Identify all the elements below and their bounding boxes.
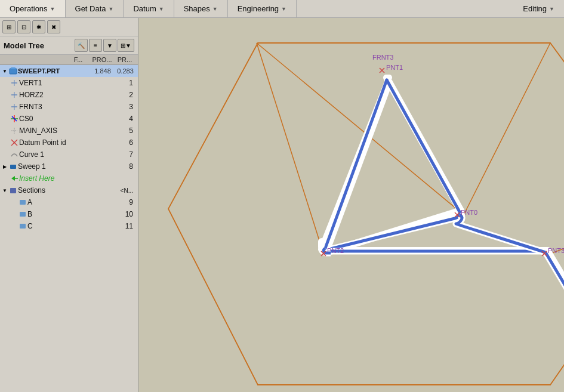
svg-rect-21 bbox=[20, 224, 26, 229]
toolbar-btn-select[interactable]: ⊡ bbox=[17, 20, 30, 33]
menu-datum-label: Datum bbox=[133, 4, 156, 13]
cs0-icon bbox=[10, 114, 19, 124]
curve1-label: Curve 1 bbox=[19, 150, 119, 159]
svg-rect-18 bbox=[10, 188, 16, 193]
model-tree-title: Model Tree bbox=[4, 41, 71, 50]
menu-datum[interactable]: Datum ▼ bbox=[124, 0, 174, 17]
main-axis-label: MAIN_AXIS bbox=[19, 126, 119, 135]
menu-shapes-arrow: ▼ bbox=[212, 6, 218, 12]
section-c-icon bbox=[18, 221, 27, 231]
datum-point-icon bbox=[10, 138, 19, 147]
canvas-svg: FRNT3 PNT1 PNT0 HOR PNT2 PNT3 bbox=[138, 18, 564, 392]
tree-item-cs0[interactable]: CS0 4 bbox=[0, 113, 138, 125]
toolbar-row: ⊞ ⊡ ✱ ✖ bbox=[0, 18, 138, 36]
tree-item-section-a[interactable]: A 9 bbox=[0, 196, 138, 208]
root-pro-val: 0.283 bbox=[114, 67, 137, 75]
section-a-label: A bbox=[27, 198, 119, 206]
tree-item-frnt3[interactable]: FRNT3 3 bbox=[0, 101, 138, 113]
sections-label: Sections bbox=[18, 186, 119, 195]
menu-shapes[interactable]: Shapes ▼ bbox=[174, 0, 228, 17]
menu-shapes-label: Shapes bbox=[184, 4, 210, 13]
sweep1-expand-btn[interactable]: ▶ bbox=[1, 163, 8, 170]
vert1-icon bbox=[10, 78, 19, 88]
curve1-icon bbox=[10, 150, 19, 159]
svg-rect-19 bbox=[20, 200, 26, 205]
insert-here-icon bbox=[10, 174, 19, 183]
top-menu-bar: Operations ▼ Get Data ▼ Datum ▼ Shapes ▼… bbox=[0, 0, 564, 18]
frnt3-num: 3 bbox=[119, 103, 137, 111]
menu-operations[interactable]: Operations ▼ bbox=[0, 0, 66, 17]
menu-operations-label: Operations bbox=[10, 4, 48, 13]
menu-editing-label: Editing bbox=[523, 4, 547, 13]
menu-editing[interactable]: Editing ▼ bbox=[513, 0, 564, 17]
menu-get-data-label: Get Data bbox=[75, 4, 106, 13]
tree-item-main-axis[interactable]: MAIN_AXIS 5 bbox=[0, 125, 138, 137]
menu-engineering-arrow: ▼ bbox=[281, 6, 286, 12]
column-headers: F... PRO... PR... bbox=[0, 55, 138, 65]
datum-point-label: Datum Point id bbox=[19, 138, 119, 147]
toolbar-btn-x[interactable]: ✖ bbox=[47, 20, 60, 33]
tree-item-horz2[interactable]: HORZ2 2 bbox=[0, 89, 138, 101]
root-expand-btn[interactable]: ▼ bbox=[1, 67, 8, 75]
sections-icon bbox=[8, 186, 18, 195]
vert1-label: VERT1 bbox=[19, 79, 119, 87]
main-axis-num: 5 bbox=[119, 126, 137, 135]
sections-expand-btn[interactable]: ▼ bbox=[1, 187, 8, 194]
header-btn-menu1[interactable]: ≡ bbox=[89, 39, 102, 52]
root-label: SWEEPT.PRT bbox=[18, 67, 91, 75]
svg-text:PNT2: PNT2 bbox=[327, 247, 344, 254]
svg-rect-20 bbox=[20, 212, 26, 217]
svg-rect-0 bbox=[10, 69, 17, 74]
cs0-num: 4 bbox=[119, 115, 137, 123]
sweep1-num: 8 bbox=[119, 162, 137, 171]
menu-operations-arrow: ▼ bbox=[50, 6, 56, 12]
section-b-label: B bbox=[27, 210, 119, 218]
menu-engineering[interactable]: Engineering ▼ bbox=[228, 0, 297, 17]
root-part-icon bbox=[8, 66, 18, 76]
model-tree-header: Model Tree 🔨 ≡ ▼ ⊞▼ bbox=[0, 36, 138, 55]
svg-rect-1 bbox=[11, 67, 16, 69]
section-b-icon bbox=[18, 209, 27, 219]
tree-item-vert1[interactable]: VERT1 1 bbox=[0, 77, 138, 89]
main-axis-icon bbox=[10, 126, 19, 135]
tree-root-item[interactable]: ▼ SWEEPT.PRT 1.848 0.283 bbox=[0, 65, 138, 77]
svg-rect-15 bbox=[10, 165, 16, 169]
tree-item-datum-point[interactable]: Datum Point id 6 bbox=[0, 137, 138, 149]
tree-item-section-c[interactable]: C 11 bbox=[0, 220, 138, 232]
svg-text:PNT3: PNT3 bbox=[548, 247, 564, 254]
frnt3-label: FRNT3 bbox=[19, 103, 119, 111]
horz2-num: 2 bbox=[119, 91, 137, 99]
tree-item-curve1[interactable]: Curve 1 7 bbox=[0, 149, 138, 160]
frnt3-icon bbox=[10, 102, 19, 112]
header-btn-grid2[interactable]: ⊞▼ bbox=[118, 39, 134, 52]
vert1-num: 1 bbox=[119, 79, 137, 87]
col-header-name bbox=[0, 55, 66, 64]
tree-item-section-b[interactable]: B 10 bbox=[0, 208, 138, 220]
sweep1-label: Sweep 1 bbox=[18, 162, 119, 171]
horz2-label: HORZ2 bbox=[19, 91, 119, 99]
horz2-icon bbox=[10, 90, 19, 100]
menu-editing-arrow: ▼ bbox=[549, 6, 554, 12]
svg-marker-16 bbox=[11, 176, 15, 181]
menu-datum-arrow: ▼ bbox=[159, 6, 164, 12]
datum-point-num: 6 bbox=[119, 138, 137, 147]
tree-content: ▼ SWEEPT.PRT 1.848 0.283 VERT1 1 HORZ2 2 bbox=[0, 65, 138, 392]
toolbar-btn-grid[interactable]: ⊞ bbox=[2, 20, 16, 33]
tree-item-sweep1[interactable]: ▶ Sweep 1 8 bbox=[0, 160, 138, 172]
tree-item-insert-here[interactable]: Insert Here bbox=[0, 172, 138, 184]
col-header-pro2: PR... bbox=[113, 55, 136, 64]
svg-text:PNT1: PNT1 bbox=[386, 64, 403, 71]
menu-engineering-label: Engineering bbox=[238, 4, 279, 13]
left-panel: ⊞ ⊡ ✱ ✖ Model Tree 🔨 ≡ ▼ ⊞▼ F... PRO... … bbox=[0, 18, 138, 392]
root-f-val: 1.848 bbox=[91, 67, 114, 75]
svg-text:PNT0: PNT0 bbox=[461, 209, 477, 216]
toolbar-btn-star[interactable]: ✱ bbox=[32, 20, 45, 33]
header-btn-menu2[interactable]: ▼ bbox=[103, 39, 116, 52]
section-a-num: 9 bbox=[119, 198, 137, 206]
section-c-label: C bbox=[27, 222, 119, 230]
tree-item-sections[interactable]: ▼ Sections <N... bbox=[0, 184, 138, 196]
sweep1-icon bbox=[8, 162, 18, 171]
main-canvas[interactable]: FRNT3 PNT1 PNT0 HOR PNT2 PNT3 bbox=[138, 18, 564, 392]
header-btn-hammer[interactable]: 🔨 bbox=[75, 39, 88, 52]
menu-get-data[interactable]: Get Data ▼ bbox=[66, 0, 124, 17]
